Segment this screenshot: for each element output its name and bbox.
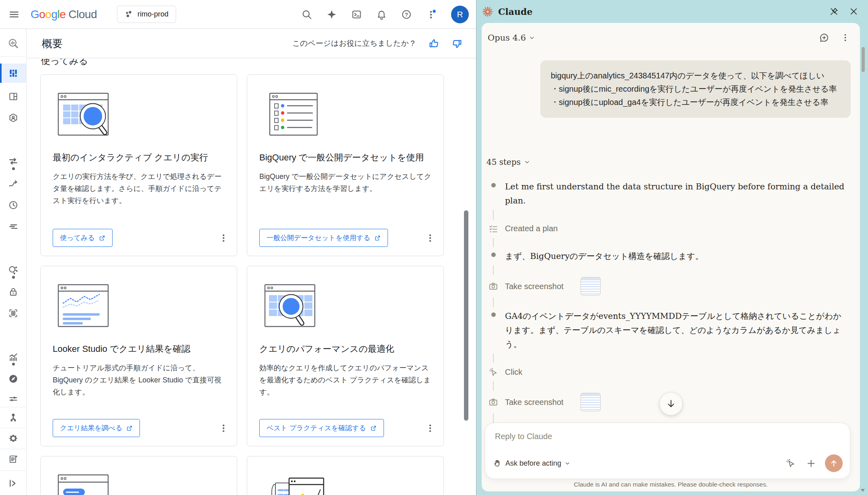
nav-divider (0, 449, 26, 449)
scroll-to-bottom-button[interactable] (659, 392, 683, 415)
chart-report-illustration (53, 282, 225, 334)
project-selector[interactable]: rimo-prod (117, 6, 176, 23)
doc-chart-illustration (259, 472, 431, 495)
card-menu-icon[interactable] (218, 423, 229, 433)
help-icon[interactable]: ? (401, 9, 412, 20)
expand-rail-icon[interactable] (8, 478, 18, 489)
window-button-illustration (53, 472, 225, 495)
card-body: 効率的なクエリを作成してクエリのパフォーマンスを最適化するためのベスト プラクテ… (259, 362, 431, 398)
project-name: rimo-prod (137, 10, 168, 18)
gemini-sparkle-icon[interactable] (326, 9, 337, 20)
search-icon[interactable] (302, 9, 312, 20)
card-body: BigQuery で一般公開データセットにアクセスしてクエリを実行する方法を学習… (259, 170, 431, 195)
thumbs-up-icon[interactable] (429, 38, 439, 49)
computer-use-cursor-icon[interactable] (786, 458, 796, 468)
panel-scrollbar-arrow[interactable] (861, 489, 865, 492)
nav-panes-icon[interactable] (8, 91, 18, 102)
google-cloud-logo: Google Cloud (31, 8, 97, 21)
account-avatar[interactable]: R (451, 6, 469, 23)
permission-mode-selector[interactable]: Ask before acting (493, 459, 570, 468)
step-thinking: まず、BigQueryのデータセット構造を確認します。 (485, 249, 849, 263)
step-created-plan[interactable]: Created a plan (485, 222, 849, 236)
step-thinking: GA4のイベントデータがevents_YYYYMMDDテーブルとして格納されてい… (485, 309, 849, 351)
nav-transfers-icon[interactable] (8, 156, 18, 166)
more-options-icon[interactable] (426, 9, 437, 20)
external-link-icon (374, 235, 381, 241)
reply-input[interactable]: Reply to Claude (495, 432, 840, 441)
step-take-screenshot[interactable]: Take screenshot (485, 277, 849, 296)
card-looker-studio: Looker Studio でクエリ結果を確認 チュートリアル形式の手順ガイドに… (40, 266, 237, 446)
nav-monitoring-chart-icon[interactable] (8, 352, 18, 362)
card-menu-icon[interactable] (425, 423, 435, 433)
nav-divider (0, 428, 26, 428)
active-indicator (0, 64, 2, 83)
nav-release-notes-icon[interactable] (8, 454, 18, 464)
nav-capacity-icon[interactable] (8, 221, 18, 232)
google-cloud-console: Google Cloud rimo-prod (0, 0, 476, 495)
notifications-bell-icon[interactable] (376, 9, 387, 20)
attach-plus-icon[interactable] (806, 458, 816, 468)
claude-logo-icon (482, 6, 493, 17)
claude-panel-title: Claude (498, 6, 533, 17)
nav-migration-icon[interactable] (8, 412, 18, 423)
claude-side-panel: Claude Opus 4.6 (476, 0, 868, 495)
nav-item-studio-active[interactable] (0, 64, 26, 83)
panel-menu-icon[interactable] (840, 33, 850, 43)
nav-dot-item[interactable] (12, 363, 15, 366)
permission-mode-label: Ask before acting (505, 459, 561, 468)
step-connector (493, 413, 494, 423)
project-icon (125, 10, 133, 18)
steps-toggle[interactable]: 45 steps (486, 157, 849, 167)
card-menu-icon[interactable] (425, 233, 435, 243)
screenshot-thumbnail[interactable] (581, 393, 601, 411)
new-chat-icon[interactable] (819, 33, 829, 43)
screenshot-thumbnail[interactable] (581, 277, 601, 296)
unpin-icon[interactable] (829, 7, 839, 16)
card-query-performance: クエリのパフォーマンスの最適化 効率的なクエリを作成してクエリのパフォーマンスを… (247, 266, 444, 446)
explore-results-button[interactable]: クエリ結果を調べる (53, 419, 140, 437)
nav-data-flow-icon[interactable] (8, 178, 18, 189)
nav-sharing-icon[interactable] (8, 265, 18, 275)
hand-icon (493, 459, 502, 468)
card-footer: 使ってみる (53, 229, 229, 247)
send-button[interactable] (825, 454, 843, 472)
menu-icon[interactable] (8, 8, 20, 21)
nav-security-lock-icon[interactable] (8, 287, 18, 297)
nav-settings-gear-icon[interactable] (8, 433, 18, 444)
user-message-bubble: bigqury上のanalytics_243845147内のデータを使って、以下… (540, 60, 851, 118)
nav-governance-icon[interactable] (8, 113, 18, 123)
nav-scan-doc-icon[interactable] (8, 308, 18, 318)
ai-disclaimer: Claude is AI and can make mistakes. Plea… (482, 481, 860, 488)
try-it-button[interactable]: 使ってみる (53, 229, 113, 247)
model-row: Opus 4.6 (488, 33, 850, 43)
gcp-topbar: Google Cloud rimo-prod (0, 0, 476, 29)
table-magnifier-illustration (259, 282, 431, 334)
card-body: チュートリアル形式の手順ガイドに沿って、BigQuery のクエリ結果を Loo… (53, 362, 225, 398)
step-connector (493, 381, 494, 391)
camera-icon (488, 281, 499, 292)
page-title: 概要 (42, 37, 63, 51)
nav-history-icon[interactable] (8, 200, 18, 210)
nav-tuning-sliders-icon[interactable] (8, 394, 18, 404)
bigquery-logo-icon[interactable] (8, 38, 18, 49)
use-public-datasets-button[interactable]: 一般公開データセットを使用する (259, 229, 388, 247)
page-scrollbar-thumb[interactable] (464, 210, 468, 421)
composer-toolbar: Ask before acting (493, 454, 843, 472)
panel-scrollbar-thumb[interactable] (862, 47, 865, 72)
close-icon[interactable] (849, 7, 858, 16)
arrow-down-icon (666, 398, 676, 409)
cloud-shell-icon[interactable] (351, 9, 362, 20)
best-practices-button[interactable]: ベスト プラクティスを確認する (259, 419, 384, 437)
table-search-illustration (53, 91, 225, 142)
card-title: 最初のインタラクティブ クエリの実行 (53, 151, 225, 164)
nav-dot-item[interactable] (12, 167, 15, 170)
model-selector[interactable]: Opus 4.6 (488, 33, 535, 43)
thumbs-down-icon[interactable] (451, 38, 462, 49)
nav-explorer-compass-icon[interactable] (8, 374, 18, 384)
section-title-clipped: 使ってみる (41, 59, 476, 67)
studio-icon (8, 68, 18, 78)
card-menu-icon[interactable] (218, 233, 229, 243)
step-click[interactable]: Click (485, 365, 849, 379)
nav-dot-item[interactable] (12, 276, 15, 279)
topbar-actions: ? R (302, 6, 469, 23)
